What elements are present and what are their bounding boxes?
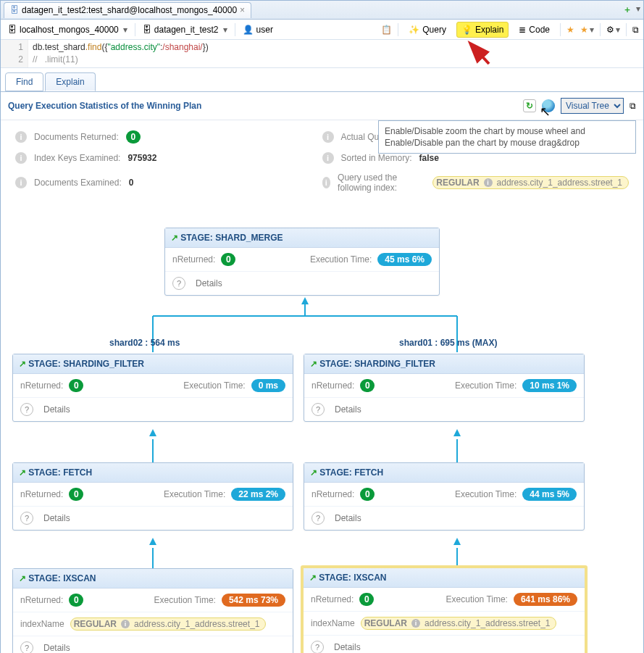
- index-keys-value: 975932: [127, 153, 156, 163]
- svg-line-1: [472, 45, 489, 64]
- separator: [560, 23, 561, 36]
- svg-marker-14: [453, 538, 461, 545]
- popout-icon[interactable]: ⧉: [632, 25, 639, 35]
- stage-sharding-filter-left[interactable]: ↗ STAGE: SHARDING_FILTER nReturned:0Exec…: [12, 354, 293, 422]
- separator: [626, 23, 627, 36]
- stage-shard-merge[interactable]: ↗ STAGE: SHARD_MERGE nReturned:0Executio…: [164, 228, 440, 296]
- explain-button[interactable]: 💡 Explain: [456, 22, 509, 38]
- info-icon[interactable]: i: [15, 152, 27, 164]
- index-pill[interactable]: REGULARiaddress.city_1_address.street_1: [361, 617, 557, 630]
- database-name: datagen_it_test2: [154, 25, 219, 35]
- connection-toolbar: 🗄 localhost_mongos_40000 🗄 datagen_it_te…: [1, 20, 643, 40]
- result-tabs: Find Explain: [1, 68, 643, 92]
- help-icon: [20, 403, 38, 416]
- stage-fetch-right[interactable]: ↗ STAGE: FETCH nReturned:0Execution Time…: [304, 462, 585, 531]
- arrow-up-icon: ↗: [310, 359, 317, 369]
- arrow-up-icon: ↗: [19, 359, 26, 369]
- separator: [235, 23, 235, 36]
- index-pill[interactable]: REGULAR i address.city_1_address.street_…: [432, 176, 629, 189]
- tab-menu-caret[interactable]: [635, 4, 640, 16]
- host-combo[interactable]: 🗄 localhost_mongos_40000: [5, 23, 130, 36]
- document-tab[interactable]: 🗄 datagen_it_test2:test_shard@localhost_…: [4, 2, 251, 18]
- info-icon[interactable]: i: [15, 177, 27, 188]
- paste-icon[interactable]: 📋: [381, 25, 392, 35]
- explain-button-label: Explain: [475, 25, 503, 35]
- info-icon[interactable]: i: [322, 152, 334, 164]
- panel-title: Query Execution Statistics of the Winnin…: [8, 101, 201, 111]
- view-mode-select[interactable]: Visual Tree: [561, 98, 624, 114]
- svg-marker-10: [149, 538, 156, 545]
- lightbulb-icon: 💡: [461, 25, 472, 35]
- arrow-up-icon: ↗: [309, 573, 317, 583]
- stage-ixscan-left[interactable]: ↗ STAGE: IXSCAN nReturned:0Execution Tim…: [12, 568, 293, 653]
- globe-icon[interactable]: [542, 99, 555, 112]
- favorite-menu[interactable]: ★: [580, 25, 594, 35]
- help-icon: [172, 277, 190, 290]
- popout-icon[interactable]: ⧉: [630, 101, 636, 111]
- host-caret[interactable]: [122, 25, 127, 35]
- user-combo[interactable]: 👤 user: [240, 23, 276, 36]
- info-icon[interactable]: i: [322, 177, 331, 188]
- code-editor[interactable]: 12 db.test_shard.find({"address.city":/s…: [1, 40, 643, 68]
- server-icon: 🗄: [8, 25, 17, 35]
- details-button[interactable]: Details: [13, 398, 293, 421]
- sorted-value: false: [419, 153, 439, 163]
- help-icon: [311, 641, 328, 653]
- separator: [398, 23, 398, 36]
- info-icon[interactable]: i: [15, 131, 27, 143]
- separator: [135, 23, 135, 36]
- database-icon: 🗄: [143, 25, 151, 35]
- docs-returned-value: 0: [126, 130, 141, 144]
- svg-marker-8: [149, 429, 156, 436]
- svg-marker-12: [453, 429, 461, 436]
- shard-label-right: shard01 : 695 ms (MAX): [399, 338, 497, 348]
- close-tab-icon[interactable]: ×: [240, 5, 245, 15]
- shard-label-left: shard02 : 564 ms: [109, 338, 180, 348]
- docs-examined-value: 0: [129, 178, 134, 188]
- line-gutter: 12: [1, 40, 28, 67]
- code-content: db.test_shard.find({"address.city":/shan…: [28, 40, 213, 67]
- database-combo[interactable]: 🗄 datagen_it_test2: [140, 23, 230, 36]
- options-menu[interactable]: ⚙: [606, 25, 620, 35]
- tab-find[interactable]: Find: [5, 72, 43, 91]
- arrow-up-icon: ↗: [19, 467, 26, 478]
- info-icon[interactable]: i: [322, 131, 334, 143]
- zoom-toggle-button[interactable]: ↻: [523, 99, 536, 112]
- zoom-tooltip: Enable/Disable zoom the chart by mouse w…: [378, 120, 636, 154]
- stat-docs-examined: i Documents Examined: 0: [15, 172, 322, 193]
- user-icon: 👤: [243, 25, 254, 35]
- stage-fetch-left[interactable]: ↗ STAGE: FETCH nReturned:0Execution Time…: [12, 462, 293, 531]
- details-button[interactable]: Details: [304, 507, 584, 530]
- stat-docs-returned: i Documents Returned: 0: [15, 130, 322, 144]
- help-icon: [20, 641, 38, 653]
- arrow-up-icon: ↗: [19, 573, 26, 583]
- add-tab-button[interactable]: ＋: [623, 4, 632, 16]
- index-pill[interactable]: REGULARiaddress.city_1_address.street_1: [70, 617, 267, 631]
- host-name: localhost_mongos_40000: [20, 25, 119, 35]
- help-icon: [311, 512, 329, 525]
- stage-sharding-filter-right[interactable]: ↗ STAGE: SHARDING_FILTER nReturned:0Exec…: [304, 354, 585, 422]
- details-button[interactable]: Details: [304, 398, 584, 421]
- stat-sorted: i Sorted in Memory: false: [322, 152, 630, 164]
- query-button[interactable]: ✨ Query: [404, 22, 451, 37]
- details-button[interactable]: Details: [304, 636, 585, 653]
- wand-icon: ✨: [409, 25, 419, 35]
- explain-tree[interactable]: ↗ STAGE: SHARD_MERGE nReturned:0Executio…: [1, 207, 643, 653]
- svg-marker-3: [301, 297, 309, 304]
- info-icon: i: [484, 178, 493, 187]
- favorite-add-icon[interactable]: ★: [566, 25, 574, 35]
- details-button[interactable]: Details: [13, 507, 293, 530]
- separator: [600, 23, 601, 36]
- database-icon: 🗄: [10, 5, 19, 15]
- document-tab-bar: 🗄 datagen_it_test2:test_shard@localhost_…: [1, 1, 643, 20]
- details-button[interactable]: Details: [13, 636, 293, 653]
- details-button[interactable]: Details: [165, 272, 439, 295]
- code-button[interactable]: ≣ Code: [514, 22, 554, 37]
- help-icon: [20, 512, 38, 525]
- arrow-up-icon: ↗: [171, 233, 178, 243]
- stage-ixscan-right[interactable]: ↗ STAGE: IXSCAN nReturned:0Execution Tim…: [301, 565, 587, 653]
- database-caret[interactable]: [222, 25, 227, 35]
- stat-index-used: i Query used the following index: REGULA…: [322, 172, 630, 193]
- user-name: user: [256, 25, 273, 35]
- tab-explain[interactable]: Explain: [45, 72, 95, 91]
